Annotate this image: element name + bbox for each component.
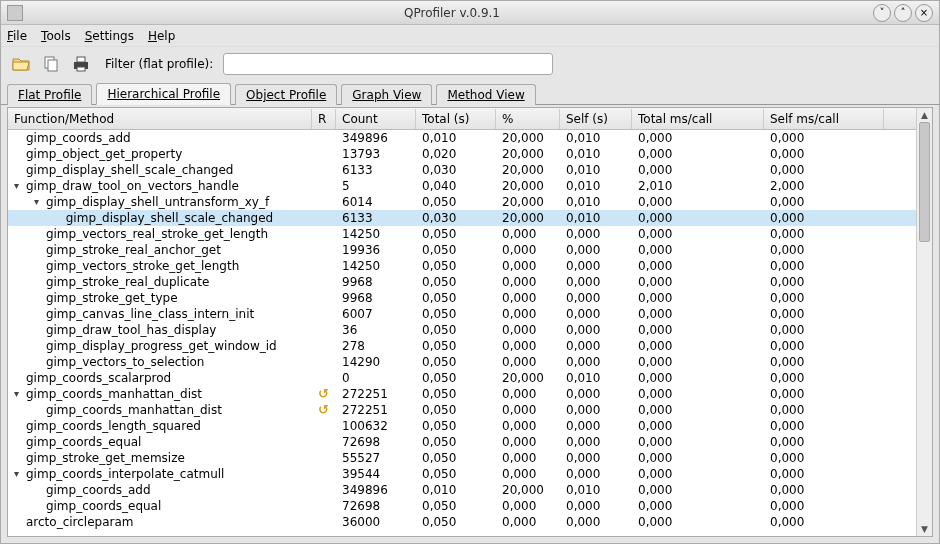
menu-help[interactable]: Help <box>148 29 175 43</box>
count-cell: 9968 <box>336 274 416 290</box>
table-row[interactable]: gimp_stroke_get_memsize555270,0500,0000,… <box>8 450 916 466</box>
print-icon[interactable] <box>69 52 93 76</box>
self-ms-cell: 0,000 <box>764 514 884 530</box>
titlebar: QProfiler v.0.9.1 ˅ ˄ × <box>1 1 939 25</box>
expander-open-icon[interactable]: ▾ <box>34 194 46 210</box>
function-name: gimp_stroke_get_type <box>46 290 178 306</box>
expander-open-icon[interactable]: ▾ <box>14 386 26 402</box>
expander-open-icon[interactable]: ▾ <box>14 178 26 194</box>
close-button[interactable]: × <box>915 4 933 22</box>
count-cell: 36 <box>336 322 416 338</box>
toolbar: Filter (flat profile): <box>1 47 939 81</box>
vertical-scrollbar[interactable]: ▲ ▼ <box>916 108 932 536</box>
total-ms-cell: 0,000 <box>632 514 764 530</box>
col-total-ms[interactable]: Total ms/call <box>632 109 764 129</box>
table-row[interactable]: ▾gimp_coords_manhattan_dist↺2722510,0500… <box>8 386 916 402</box>
copy-icon[interactable] <box>39 52 63 76</box>
self-cell: 0,010 <box>560 178 632 194</box>
table-header: Function/Method R Count Total (s) % Self… <box>8 108 916 130</box>
tab-hierarchical-profile[interactable]: Hierarchical Profile <box>96 83 231 105</box>
total-cell: 0,030 <box>416 162 496 178</box>
table-row[interactable]: gimp_canvas_line_class_intern_init60070,… <box>8 306 916 322</box>
total-cell: 0,050 <box>416 418 496 434</box>
table-row[interactable]: gimp_coords_equal726980,0500,0000,0000,0… <box>8 498 916 514</box>
table-row[interactable]: gimp_display_shell_scale_changed61330,03… <box>8 162 916 178</box>
count-cell: 6007 <box>336 306 416 322</box>
menu-file[interactable]: File <box>7 29 27 43</box>
filter-input[interactable] <box>223 53 553 75</box>
tab-method-view[interactable]: Method View <box>436 84 535 105</box>
self-ms-cell: 0,000 <box>764 274 884 290</box>
svg-rect-3 <box>77 57 85 62</box>
table-row[interactable]: gimp_display_shell_scale_changed61330,03… <box>8 210 916 226</box>
scroll-up-icon[interactable]: ▲ <box>917 108 932 122</box>
function-cell: gimp_coords_add <box>8 130 312 146</box>
function-name: gimp_draw_tool_has_display <box>46 322 217 338</box>
table-row[interactable]: gimp_vectors_to_selection142900,0500,000… <box>8 354 916 370</box>
col-total[interactable]: Total (s) <box>416 109 496 129</box>
function-name: gimp_coords_scalarprod <box>26 370 171 386</box>
table-row[interactable]: arcto_circleparam360000,0500,0000,0000,0… <box>8 514 916 530</box>
menu-tools[interactable]: Tools <box>41 29 71 43</box>
table-row[interactable]: gimp_coords_add3498960,01020,0000,0100,0… <box>8 482 916 498</box>
function-name: gimp_display_shell_scale_changed <box>26 162 233 178</box>
minimize-button[interactable]: ˅ <box>873 4 891 22</box>
total-cell: 0,050 <box>416 466 496 482</box>
table-row[interactable]: gimp_coords_length_squared1006320,0500,0… <box>8 418 916 434</box>
table-scroll[interactable]: Function/Method R Count Total (s) % Self… <box>8 108 916 536</box>
self-ms-cell: 0,000 <box>764 322 884 338</box>
table-row[interactable]: gimp_object_get_property137930,02020,000… <box>8 146 916 162</box>
pct-cell: 0,000 <box>496 274 560 290</box>
total-cell: 0,050 <box>416 242 496 258</box>
function-cell: gimp_stroke_real_anchor_get <box>8 242 312 258</box>
count-cell: 9968 <box>336 290 416 306</box>
pct-cell: 0,000 <box>496 402 560 418</box>
function-cell: gimp_coords_equal <box>8 498 312 514</box>
scroll-down-icon[interactable]: ▼ <box>917 522 932 536</box>
col-self-ms[interactable]: Self ms/call <box>764 109 884 129</box>
expander-open-icon[interactable]: ▾ <box>14 466 26 482</box>
maximize-button[interactable]: ˄ <box>894 4 912 22</box>
self-cell: 0,000 <box>560 434 632 450</box>
table-row[interactable]: gimp_stroke_real_duplicate99680,0500,000… <box>8 274 916 290</box>
col-pct[interactable]: % <box>496 109 560 129</box>
function-cell: gimp_display_shell_scale_changed <box>8 210 312 226</box>
table-row[interactable]: gimp_coords_equal726980,0500,0000,0000,0… <box>8 434 916 450</box>
count-cell: 6133 <box>336 210 416 226</box>
col-count[interactable]: Count <box>336 109 416 129</box>
function-name: gimp_display_shell_untransform_xy_f <box>46 194 269 210</box>
col-self[interactable]: Self (s) <box>560 109 632 129</box>
col-function[interactable]: Function/Method <box>8 109 312 129</box>
function-cell: gimp_object_get_property <box>8 146 312 162</box>
table-row[interactable]: gimp_stroke_get_type99680,0500,0000,0000… <box>8 290 916 306</box>
table-row[interactable]: ▾gimp_draw_tool_on_vectors_handle50,0402… <box>8 178 916 194</box>
table-row[interactable]: gimp_draw_tool_has_display360,0500,0000,… <box>8 322 916 338</box>
table-row[interactable]: gimp_vectors_stroke_get_length142500,050… <box>8 258 916 274</box>
function-name: gimp_coords_add <box>46 482 151 498</box>
open-icon[interactable] <box>9 52 33 76</box>
table-row[interactable]: gimp_coords_add3498960,01020,0000,0100,0… <box>8 130 916 146</box>
tab-object-profile[interactable]: Object Profile <box>235 84 337 105</box>
pct-cell: 20,000 <box>496 210 560 226</box>
col-r[interactable]: R <box>312 109 336 129</box>
table-row[interactable]: gimp_coords_manhattan_dist↺2722510,0500,… <box>8 402 916 418</box>
function-cell: gimp_coords_length_squared <box>8 418 312 434</box>
table-row[interactable]: gimp_stroke_real_anchor_get199360,0500,0… <box>8 242 916 258</box>
function-name: gimp_object_get_property <box>26 146 182 162</box>
total-ms-cell: 0,000 <box>632 338 764 354</box>
function-cell: gimp_coords_scalarprod <box>8 370 312 386</box>
self-cell: 0,000 <box>560 242 632 258</box>
table-row[interactable]: gimp_vectors_real_stroke_get_length14250… <box>8 226 916 242</box>
tab-flat-profile[interactable]: Flat Profile <box>7 84 92 105</box>
table-row[interactable]: gimp_display_progress_get_window_id2780,… <box>8 338 916 354</box>
total-ms-cell: 0,000 <box>632 162 764 178</box>
table-row[interactable]: ▾gimp_display_shell_untransform_xy_f6014… <box>8 194 916 210</box>
tab-graph-view[interactable]: Graph View <box>341 84 432 105</box>
count-cell: 6014 <box>336 194 416 210</box>
table-row[interactable]: gimp_coords_scalarprod00,05020,0000,0100… <box>8 370 916 386</box>
scrollbar-thumb[interactable] <box>919 122 930 242</box>
function-name: gimp_coords_add <box>26 130 131 146</box>
self-ms-cell: 0,000 <box>764 466 884 482</box>
table-row[interactable]: ▾gimp_coords_interpolate_catmull395440,0… <box>8 466 916 482</box>
menu-settings[interactable]: Settings <box>85 29 134 43</box>
